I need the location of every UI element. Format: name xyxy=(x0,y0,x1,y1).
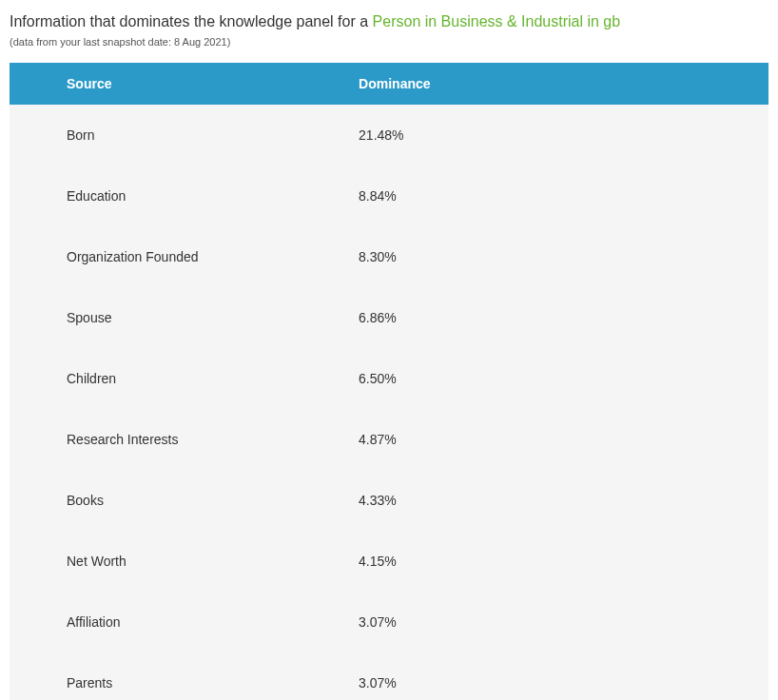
title-link[interactable]: Person in Business & Industrial in gb xyxy=(373,13,621,29)
page-title: Information that dominates the knowledge… xyxy=(10,13,768,30)
cell-dominance: 8.84% xyxy=(359,165,768,226)
dominance-table: Source Dominance Born21.48%Education8.84… xyxy=(10,63,768,700)
dominance-table-container: Source Dominance Born21.48%Education8.84… xyxy=(10,63,768,700)
snapshot-date-note: (data from your last snapshot date: 8 Au… xyxy=(10,36,768,48)
cell-dominance: 4.33% xyxy=(359,470,768,531)
table-row: Born21.48% xyxy=(10,105,768,165)
cell-source: Books xyxy=(10,470,359,531)
cell-source: Spouse xyxy=(10,287,359,348)
cell-dominance: 3.07% xyxy=(359,652,768,700)
cell-dominance: 21.48% xyxy=(359,105,768,165)
cell-dominance: 4.87% xyxy=(359,409,768,470)
table-row: Education8.84% xyxy=(10,165,768,226)
table-body: Born21.48%Education8.84%Organization Fou… xyxy=(10,105,768,700)
table-row: Affiliation3.07% xyxy=(10,592,768,652)
header-source: Source xyxy=(10,63,359,105)
cell-dominance: 6.50% xyxy=(359,348,768,409)
table-row: Organization Founded8.30% xyxy=(10,226,768,287)
table-row: Parents3.07% xyxy=(10,652,768,700)
cell-source: Organization Founded xyxy=(10,226,359,287)
cell-dominance: 8.30% xyxy=(359,226,768,287)
header-dominance: Dominance xyxy=(359,63,768,105)
cell-dominance: 3.07% xyxy=(359,592,768,652)
cell-source: Research Interests xyxy=(10,409,359,470)
cell-source: Education xyxy=(10,165,359,226)
table-row: Children6.50% xyxy=(10,348,768,409)
cell-source: Born xyxy=(10,105,359,165)
cell-dominance: 6.86% xyxy=(359,287,768,348)
table-header-row: Source Dominance xyxy=(10,63,768,105)
cell-source: Parents xyxy=(10,652,359,700)
cell-dominance: 4.15% xyxy=(359,531,768,592)
cell-source: Children xyxy=(10,348,359,409)
table-row: Net Worth4.15% xyxy=(10,531,768,592)
table-row: Spouse6.86% xyxy=(10,287,768,348)
table-row: Research Interests4.87% xyxy=(10,409,768,470)
cell-source: Affiliation xyxy=(10,592,359,652)
table-row: Books4.33% xyxy=(10,470,768,531)
title-prefix: Information that dominates the knowledge… xyxy=(10,13,373,29)
cell-source: Net Worth xyxy=(10,531,359,592)
